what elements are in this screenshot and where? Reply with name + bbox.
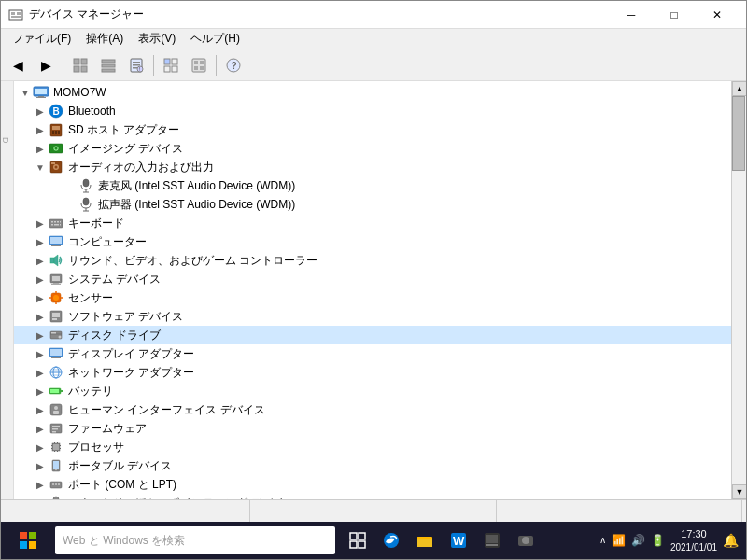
tree-item-sd[interactable]: ▶ SD ホスト アダプター bbox=[14, 120, 731, 139]
menu-view[interactable]: 表示(V) bbox=[131, 29, 183, 49]
expand-keyboard[interactable]: ▶ bbox=[33, 216, 48, 231]
display-icon bbox=[48, 345, 64, 362]
vertical-scrollbar[interactable]: ▲ ▼ bbox=[731, 81, 746, 499]
svg-rect-52 bbox=[49, 219, 63, 228]
app-button-5[interactable] bbox=[477, 524, 507, 557]
start-button[interactable] bbox=[5, 524, 51, 557]
tree-item-battery[interactable]: ▶ バッテリ bbox=[14, 382, 731, 400]
expand-display[interactable]: ▶ bbox=[33, 346, 48, 361]
svg-rect-25 bbox=[200, 66, 204, 70]
scroll-thumb[interactable] bbox=[732, 96, 745, 171]
tree-item-portable[interactable]: ▶ ポータブル デバイス bbox=[14, 456, 731, 475]
tree-item-computer[interactable]: ▶ コンピューター bbox=[14, 232, 731, 251]
tree-item-speaker[interactable]: ▶ 拡声器 (Intel SST Audio Device (WDM)) bbox=[14, 195, 731, 214]
maximize-button[interactable]: □ bbox=[653, 1, 696, 29]
expand-sensor[interactable]: ▶ bbox=[33, 290, 48, 305]
svg-rect-38 bbox=[58, 131, 60, 134]
tree-item-port[interactable]: ▶ ポート (COM と LPT) bbox=[14, 475, 731, 494]
device-tree[interactable]: ▼ MOMO7W ▶ B bbox=[14, 81, 731, 499]
sensor-icon bbox=[48, 289, 64, 306]
tree-item-system[interactable]: ▶ システム デバイス bbox=[14, 270, 731, 288]
svg-rect-136 bbox=[359, 541, 365, 548]
scroll-track[interactable] bbox=[732, 96, 746, 484]
view-button-4[interactable] bbox=[186, 53, 212, 77]
bluetooth-label: Bluetooth bbox=[68, 105, 116, 118]
clock[interactable]: 17:30 2021/01/01 bbox=[670, 527, 717, 553]
system-tray-expand[interactable]: ∧ bbox=[599, 535, 606, 545]
expand-processor[interactable]: ▶ bbox=[33, 440, 48, 455]
expand-audio[interactable]: ▼ bbox=[33, 160, 48, 175]
expand-root[interactable]: ▼ bbox=[18, 85, 33, 100]
expand-port[interactable]: ▶ bbox=[33, 477, 48, 492]
expand-hid[interactable]: ▶ bbox=[33, 402, 48, 417]
sound-tray-icon[interactable]: 🔊 bbox=[631, 534, 645, 547]
svg-rect-135 bbox=[350, 541, 357, 548]
expand-sound[interactable]: ▶ bbox=[33, 253, 48, 268]
tree-item-disk[interactable]: ▶ ディスク ドライブ bbox=[14, 326, 731, 344]
expand-imaging[interactable]: ▶ bbox=[33, 141, 48, 156]
expand-network[interactable]: ▶ bbox=[33, 365, 48, 380]
tree-item-audio[interactable]: ▼ オーディオの入力および出力 bbox=[14, 158, 731, 176]
view-button-2[interactable] bbox=[95, 53, 121, 77]
svg-rect-22 bbox=[194, 61, 198, 64]
tree-item-sound[interactable]: ▶ サウンド、ビデオ、およびゲーム コントローラー bbox=[14, 251, 731, 270]
tree-item-bluetooth[interactable]: ▶ B Bluetooth bbox=[14, 102, 731, 120]
expand-sd[interactable]: ▶ bbox=[33, 122, 48, 137]
svg-point-119 bbox=[58, 483, 60, 485]
svg-rect-31 bbox=[36, 97, 46, 98]
tree-root[interactable]: ▼ MOMO7W bbox=[14, 83, 731, 102]
properties-button[interactable]: ! bbox=[123, 53, 149, 77]
tree-item-software[interactable]: ▶ ソフトウェア デバイス bbox=[14, 307, 731, 326]
tree-item-display[interactable]: ▶ ディスプレイ アダプター bbox=[14, 344, 731, 363]
battery-tray-icon[interactable]: 🔋 bbox=[651, 534, 665, 547]
status-seg-1 bbox=[5, 500, 250, 522]
tree-item-mic[interactable]: ▶ 麦克风 (Intel SST Audio Device (WDM)) bbox=[14, 176, 731, 195]
expand-disk[interactable]: ▶ bbox=[33, 328, 48, 343]
view-button-1[interactable] bbox=[67, 53, 93, 77]
scroll-down-button[interactable]: ▼ bbox=[732, 484, 746, 499]
expand-bluetooth[interactable]: ▶ bbox=[33, 104, 48, 119]
svg-rect-100 bbox=[52, 426, 60, 427]
computer-label: コンピューター bbox=[68, 234, 147, 250]
back-button[interactable]: ◀ bbox=[5, 53, 31, 77]
minimize-button[interactable]: ─ bbox=[610, 1, 653, 29]
app-button-6[interactable] bbox=[511, 524, 541, 557]
expand-software[interactable]: ▶ bbox=[33, 309, 48, 324]
svg-rect-101 bbox=[52, 428, 58, 430]
view-button-3[interactable] bbox=[158, 53, 184, 77]
tree-item-firmware[interactable]: ▶ ファームウェア bbox=[14, 419, 731, 438]
close-button[interactable]: ✕ bbox=[696, 1, 739, 29]
expand-battery[interactable]: ▶ bbox=[33, 384, 48, 399]
svg-rect-12 bbox=[133, 62, 140, 63]
tree-item-imaging[interactable]: ▶ イメージング デバイス bbox=[14, 139, 731, 158]
expand-firmware[interactable]: ▶ bbox=[33, 421, 48, 436]
svg-rect-59 bbox=[60, 224, 61, 226]
tree-item-hid[interactable]: ▶ ヒューマン インターフェイス デバイス bbox=[14, 400, 731, 419]
toolbar-separator-3 bbox=[216, 55, 217, 76]
network-tray-icon[interactable]: 📶 bbox=[612, 534, 626, 547]
tree-item-sensor[interactable]: ▶ センサー bbox=[14, 288, 731, 307]
svg-rect-35 bbox=[52, 126, 60, 130]
help-button[interactable]: ? bbox=[220, 53, 247, 77]
menu-action[interactable]: 操作(A) bbox=[78, 29, 131, 49]
notification-icon[interactable]: 🔔 bbox=[723, 533, 739, 548]
svg-rect-37 bbox=[55, 131, 57, 134]
expand-system[interactable]: ▶ bbox=[33, 272, 48, 287]
tree-item-network[interactable]: ▶ ネットワーク アダプター bbox=[14, 363, 731, 382]
edge-browser-button[interactable] bbox=[376, 524, 406, 557]
tree-item-processor[interactable]: ▶ プロセッサ bbox=[14, 438, 731, 456]
tree-item-keyboard[interactable]: ▶ キーボード bbox=[14, 214, 731, 232]
taskbar-search[interactable]: Web と Windows を検索 bbox=[55, 526, 335, 554]
menu-file[interactable]: ファイル(F) bbox=[5, 29, 78, 49]
svg-point-82 bbox=[59, 336, 62, 339]
scroll-up-button[interactable]: ▲ bbox=[732, 81, 746, 96]
expand-computer[interactable]: ▶ bbox=[33, 234, 48, 249]
expand-portable[interactable]: ▶ bbox=[33, 458, 48, 473]
file-explorer-button[interactable] bbox=[410, 524, 440, 557]
menu-help[interactable]: ヘルプ(H) bbox=[183, 29, 247, 49]
forward-button[interactable]: ▶ bbox=[33, 53, 59, 77]
store-button[interactable]: W bbox=[444, 524, 473, 557]
speaker-label: 拡声器 (Intel SST Audio Device (WDM)) bbox=[98, 197, 295, 213]
svg-rect-64 bbox=[50, 258, 54, 263]
task-view-button[interactable] bbox=[343, 524, 373, 557]
